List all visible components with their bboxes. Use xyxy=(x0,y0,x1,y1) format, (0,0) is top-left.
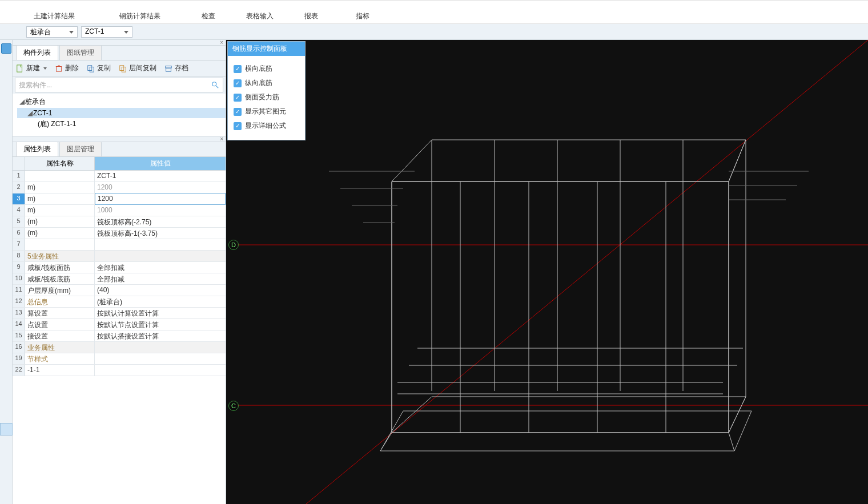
axis-label-c: C xyxy=(228,401,239,411)
panel-handle[interactable]: × xyxy=(13,40,226,46)
svg-rect-0 xyxy=(17,64,22,71)
property-row[interactable]: 12总信息(桩承台) xyxy=(13,296,226,308)
ribbon-group-labels: 土建计算结果 钢筋计算结果 检查 表格输入 报表 指标 xyxy=(0,0,868,24)
property-row[interactable]: 3m)1200 xyxy=(13,193,226,205)
property-row[interactable]: 14点设置按默认节点设置计算 xyxy=(13,319,226,330)
checkbox-item[interactable]: ✓侧面受力筋 xyxy=(234,90,299,104)
checkbox-item[interactable]: ✓显示详细公式 xyxy=(234,119,299,133)
close-icon[interactable]: × xyxy=(220,136,223,142)
rebar-display-panel[interactable]: 钢筋显示控制面板 ✓横向底筋✓纵向底筋✓侧面受力筋✓显示其它图元✓显示详细公式 xyxy=(227,41,306,140)
svg-point-8 xyxy=(212,82,216,86)
property-table: 属性名称 属性值 1ZCT-12m)12003m)12004m)10005(m)… xyxy=(13,157,226,504)
search-placeholder: 搜索构件... xyxy=(19,80,52,90)
file-icon xyxy=(16,64,24,72)
property-row[interactable]: 7 xyxy=(13,239,226,251)
property-row[interactable]: 4m)1000 xyxy=(13,205,226,216)
property-row[interactable]: 5(m)筏板顶标高(-2.75) xyxy=(13,216,226,228)
checkbox-icon: ✓ xyxy=(234,79,242,87)
wireframe-model xyxy=(226,40,868,504)
breadcrumb-combo-2[interactable]: ZCT-1 xyxy=(81,26,132,38)
checkbox-icon: ✓ xyxy=(234,108,242,116)
checkbox-icon: ✓ xyxy=(234,122,242,130)
copy-button[interactable]: 复制 xyxy=(87,63,111,73)
ribbon-group: 检查 xyxy=(183,11,234,23)
tab-component-list[interactable]: 构件列表 xyxy=(16,45,58,60)
svg-rect-1 xyxy=(57,66,62,71)
property-row[interactable]: 16业务属性 xyxy=(13,342,226,353)
breadcrumb-bar: 桩承台 ZCT-1 xyxy=(0,24,868,40)
axis-label-d: D xyxy=(228,240,239,250)
svg-marker-13 xyxy=(392,182,729,433)
copy-icon xyxy=(87,64,95,72)
component-tree: ◢桩承台 ◢ZCT-1 (底) ZCT-1-1 xyxy=(13,94,226,136)
property-row[interactable]: 22-1-1 xyxy=(13,365,226,376)
component-toolbar: 新建 删除 复制 层间复制 存档 xyxy=(13,61,226,76)
svg-line-19 xyxy=(380,433,392,451)
search-icon xyxy=(211,81,219,91)
left-rail-tile-icon[interactable] xyxy=(1,43,11,54)
close-icon[interactable]: × xyxy=(220,39,223,46)
new-button[interactable]: 新建 xyxy=(16,63,47,73)
delete-button[interactable]: 删除 xyxy=(55,63,79,73)
property-row[interactable]: 15接设置按默认搭接设置计算 xyxy=(13,330,226,342)
svg-rect-6 xyxy=(166,66,172,68)
tab-drawing-manage[interactable]: 图纸管理 xyxy=(59,45,102,60)
svg-marker-15 xyxy=(392,397,746,433)
property-row[interactable]: 11户层厚度(mm)(40) xyxy=(13,285,226,296)
property-row[interactable]: 9咸板/筏板面筋全部扣减 xyxy=(13,262,226,273)
search-input[interactable]: 搜索构件... xyxy=(15,78,223,92)
tree-node-zct1[interactable]: ◢ZCT-1 xyxy=(17,108,226,118)
bottom-left-tile[interactable] xyxy=(0,423,13,436)
tree-node-zct1-1[interactable]: (底) ZCT-1-1 xyxy=(17,118,226,130)
svg-rect-7 xyxy=(166,68,171,71)
svg-line-20 xyxy=(729,433,734,451)
layer-copy-icon xyxy=(119,64,127,72)
props-tabs: 属性列表 图层管理 xyxy=(13,142,226,157)
breadcrumb-combo-1[interactable]: 桩承台 xyxy=(26,26,78,38)
ribbon-group: 土建计算结果 xyxy=(11,11,97,23)
svg-marker-12 xyxy=(392,140,746,182)
svg-marker-14 xyxy=(729,140,746,433)
header-name: 属性名称 xyxy=(25,157,95,170)
checkbox-item[interactable]: ✓显示其它图元 xyxy=(234,104,299,119)
property-row[interactable]: 13算设置按默认计算设置计算 xyxy=(13,308,226,319)
ribbon-group: 表格输入 xyxy=(234,11,286,23)
tree-node-root[interactable]: ◢桩承台 xyxy=(17,96,226,108)
archive-icon xyxy=(164,64,172,72)
checkbox-icon: ✓ xyxy=(234,94,242,102)
header-value: 属性值 xyxy=(95,157,226,170)
3d-viewport[interactable]: 钢筋显示控制面板 ✓横向底筋✓纵向底筋✓侧面受力筋✓显示其它图元✓显示详细公式 … xyxy=(226,40,868,504)
layer-copy-button[interactable]: 层间复制 xyxy=(119,63,156,73)
ribbon-group: 报表 xyxy=(286,11,337,23)
property-row[interactable]: 19节样式 xyxy=(13,353,226,365)
ribbon-group: 钢筋计算结果 xyxy=(97,11,183,23)
archive-button[interactable]: 存档 xyxy=(164,63,188,73)
ribbon-group: 指标 xyxy=(337,11,388,23)
property-row[interactable]: 10咸板/筏板底筋全部扣减 xyxy=(13,273,226,285)
checkbox-icon: ✓ xyxy=(234,65,242,73)
property-row[interactable]: 1ZCT-1 xyxy=(13,171,226,182)
property-row[interactable]: 6(m)筏板顶标高-1(-3.75) xyxy=(13,228,226,239)
tab-properties[interactable]: 属性列表 xyxy=(16,142,58,156)
delete-icon xyxy=(55,64,63,72)
property-row[interactable]: 2m)1200 xyxy=(13,182,226,193)
property-row[interactable]: 85业务属性 xyxy=(13,251,226,262)
checkbox-item[interactable]: ✓纵向底筋 xyxy=(234,76,299,90)
component-tabs: 构件列表 图纸管理 xyxy=(13,46,226,61)
property-header: 属性名称 属性值 xyxy=(13,157,226,171)
tab-layer-manage[interactable]: 图层管理 xyxy=(59,142,102,156)
panel-handle-2[interactable]: × xyxy=(13,136,226,142)
checkbox-item[interactable]: ✓横向底筋 xyxy=(234,62,299,76)
panel-title: 钢筋显示控制面板 xyxy=(228,42,305,56)
svg-marker-18 xyxy=(380,411,752,451)
